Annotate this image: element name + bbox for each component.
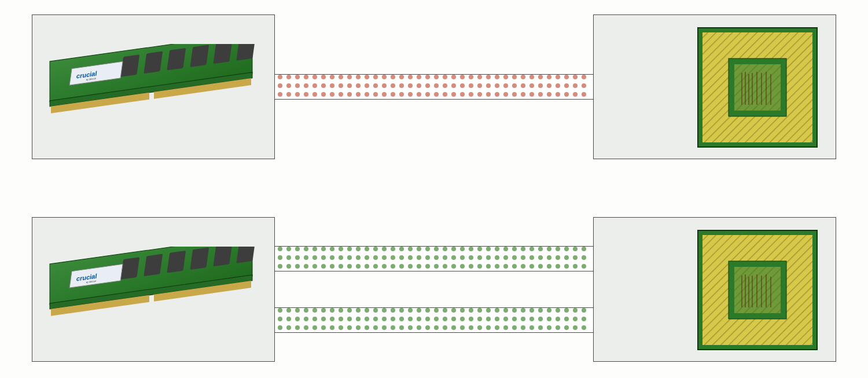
data-dot (503, 75, 508, 79)
svg-rect-31 (144, 254, 163, 277)
data-dot (425, 325, 430, 330)
data-dot (582, 92, 586, 97)
data-dot (434, 75, 439, 79)
data-dot (347, 247, 352, 251)
data-dot (556, 255, 560, 260)
data-dot (469, 247, 473, 251)
data-dot (573, 247, 578, 251)
data-dot (434, 325, 439, 330)
data-dot (582, 264, 586, 269)
data-dot (443, 308, 447, 313)
data-dot (408, 317, 413, 321)
data-dot (582, 325, 586, 330)
data-dot (339, 247, 343, 251)
data-dot (304, 325, 308, 330)
data-dot (304, 75, 308, 79)
data-dot (408, 264, 413, 269)
data-dot (477, 325, 482, 330)
data-dot (469, 83, 473, 88)
data-dot (278, 264, 282, 269)
data-dot (295, 247, 300, 251)
data-dot (382, 75, 387, 79)
data-dot (425, 317, 430, 321)
data-dot (460, 83, 465, 88)
data-dot (321, 247, 326, 251)
ram-panel: crucial by Micron (32, 14, 275, 159)
data-dot (347, 255, 352, 260)
data-dot (330, 247, 334, 251)
data-dot (564, 255, 569, 260)
cpu-chip-icon (697, 27, 818, 148)
data-dot (304, 264, 308, 269)
data-dot (495, 308, 499, 313)
data-dot (443, 83, 447, 88)
data-dot (286, 255, 291, 260)
data-dot (399, 255, 404, 260)
data-dot (330, 83, 334, 88)
data-dot (477, 92, 482, 97)
data-dot (573, 308, 578, 313)
data-dot (564, 83, 569, 88)
data-dot (451, 92, 456, 97)
data-dot (373, 317, 378, 321)
data-dot (495, 255, 499, 260)
data-dot (399, 264, 404, 269)
data-dot (529, 247, 534, 251)
data-dot (304, 308, 308, 313)
data-dot (356, 308, 361, 313)
data-dot (434, 308, 439, 313)
data-dot (373, 247, 378, 251)
data-dot (295, 317, 300, 321)
data-dot (295, 75, 300, 79)
data-dot (312, 92, 317, 97)
data-dot (573, 75, 578, 79)
data-dot (538, 75, 543, 79)
data-dot (434, 247, 439, 251)
data-dot (347, 75, 352, 79)
data-dot (556, 83, 560, 88)
data-dot (382, 325, 387, 330)
data-dot (529, 92, 534, 97)
data-dot (547, 325, 551, 330)
data-dot (564, 325, 569, 330)
cpu-panel (593, 217, 836, 362)
data-dot (547, 92, 551, 97)
data-dot (460, 247, 465, 251)
data-dot (330, 325, 334, 330)
data-dot (399, 317, 404, 321)
data-dot (443, 325, 447, 330)
data-dot (330, 317, 334, 321)
svg-rect-6 (167, 48, 186, 71)
data-dot (443, 75, 447, 79)
data-dot (286, 83, 291, 88)
data-dot (460, 75, 465, 79)
data-dot (538, 83, 543, 88)
data-dot (425, 83, 430, 88)
data-dot (486, 247, 491, 251)
data-dot (538, 92, 543, 97)
data-dot (503, 264, 508, 269)
data-flow-dots (278, 75, 625, 97)
data-dot (330, 255, 334, 260)
data-dot (339, 92, 343, 97)
data-dot (365, 317, 369, 321)
svg-rect-32 (167, 251, 186, 273)
svg-rect-40 (734, 267, 781, 313)
data-dot (564, 308, 569, 313)
data-dot (573, 325, 578, 330)
data-dot (451, 308, 456, 313)
data-dot (408, 83, 413, 88)
data-dot (538, 264, 543, 269)
data-dot (503, 83, 508, 88)
data-dot (564, 92, 569, 97)
data-dot (417, 325, 421, 330)
svg-rect-30 (120, 257, 139, 280)
data-dot (408, 247, 413, 251)
data-dot (547, 255, 551, 260)
data-dot (408, 75, 413, 79)
data-dot (512, 317, 517, 321)
data-dot (312, 83, 317, 88)
data-dot (295, 264, 300, 269)
data-dot (356, 83, 361, 88)
data-dot (330, 75, 334, 79)
